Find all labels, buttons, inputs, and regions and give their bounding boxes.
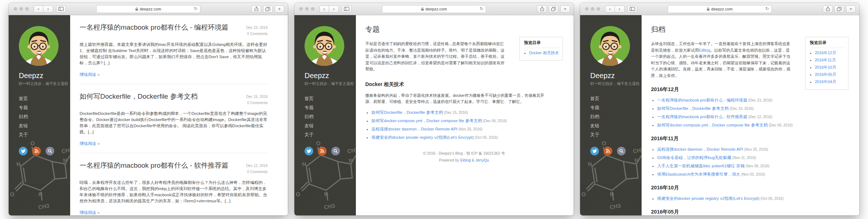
sidebar-item-links[interactable]: 友链	[590, 123, 642, 129]
rss-glyph	[34, 149, 39, 153]
topic-post-date: (Dec 06, 2016)	[483, 119, 507, 123]
post-comments[interactable]: 0 Comments	[246, 169, 268, 175]
read-more-link[interactable]: 继续阅读 »	[80, 72, 100, 77]
tab-overview-button[interactable]	[263, 5, 273, 13]
sidebar-toggle-button[interactable]	[56, 5, 66, 13]
sidebar-item-about[interactable]: 关于	[19, 132, 70, 138]
close-window-button[interactable]	[299, 7, 303, 10]
twitter-icon[interactable]	[305, 147, 313, 155]
toc-link-docker[interactable]: Docker 相关技术	[529, 51, 559, 55]
topic-post-link[interactable]: 远程连接docker daemon，Docker Remote API	[371, 127, 458, 131]
refresh-icon[interactable]: ↻	[194, 6, 197, 11]
toc-link-month[interactable]: 2016年10月	[815, 65, 836, 69]
sidebar-item-topics[interactable]: 专题	[19, 105, 70, 111]
window-controls	[14, 7, 29, 10]
rss-icon[interactable]	[32, 147, 41, 155]
post-title[interactable]: 一名程序猿的macbook pro都有什么 - 软件推荐篇	[80, 161, 229, 170]
search-icon[interactable]	[46, 147, 54, 155]
sidebar-item-home[interactable]: 首页	[305, 96, 356, 102]
read-more-link[interactable]: 继续阅读 »	[80, 210, 100, 215]
close-window-button[interactable]	[14, 7, 17, 10]
toc-link-month[interactable]: 2016年05月	[815, 72, 836, 77]
twitter-icon[interactable]	[590, 147, 599, 155]
sidebar-toggle-button[interactable]	[627, 5, 637, 13]
archive-post-date: (Nov 03, 2016)	[741, 172, 765, 176]
tab-overview-button[interactable]	[549, 5, 558, 13]
sidebar-item-home[interactable]: 首页	[590, 96, 642, 102]
svg-text:O: O	[601, 140, 607, 147]
archive-post-link[interactable]: 入手人生第一款机械键盘Ikbc poker61键位 茶轴	[657, 164, 745, 168]
archive-post-link[interactable]: 搭建安全的docker private registry v2指南(Let's …	[657, 196, 760, 201]
sidebar-item-archive[interactable]: 归档	[590, 114, 642, 120]
zoom-window-button[interactable]	[25, 7, 29, 10]
jerryqu-link[interactable]: JerryQu	[476, 158, 489, 162]
browser-window-home: ‹ › deepzz.com ↻ +	[9, 3, 288, 215]
zoom-window-button[interactable]	[597, 7, 600, 10]
back-button[interactable]: ‹	[605, 5, 615, 13]
share-button[interactable]	[537, 5, 547, 13]
archive-post-link[interactable]: 远程连接docker daemon，Docker Remote API	[657, 147, 743, 151]
rss-icon[interactable]	[318, 147, 327, 155]
back-button[interactable]: ‹	[319, 5, 329, 13]
sidebar-toggle-button[interactable]	[342, 5, 352, 13]
new-tab-button[interactable]: +	[275, 5, 284, 13]
share-button[interactable]	[251, 5, 261, 13]
avatar[interactable]	[590, 26, 630, 66]
sidebar-item-archive[interactable]: 归档	[19, 114, 70, 120]
sidebar-item-about[interactable]: 关于	[590, 132, 642, 138]
topics-page: 专题 预览目录 Docker 相关技术 不知是否遗传了妈妈的爱收拾的习惯，还是性…	[356, 15, 574, 215]
zoom-window-button[interactable]	[311, 7, 314, 10]
forward-button[interactable]: ›	[615, 5, 625, 13]
eiblog-link[interactable]: EiBlog	[699, 48, 710, 52]
sidebar-item-links[interactable]: 友链	[305, 123, 356, 129]
tab-overview-button[interactable]	[834, 5, 844, 13]
refresh-icon[interactable]: ↻	[480, 6, 483, 11]
post-comments[interactable]: 0 Comments	[246, 31, 268, 37]
eiblog-link[interactable]: Eiblog	[460, 158, 471, 162]
archive-post-link[interactable]: 使用Elasticsearch作为本博客搜索引擎，强大	[657, 172, 740, 176]
new-tab-button[interactable]: +	[560, 5, 570, 13]
toc-link-month[interactable]: 2016年11月	[815, 58, 836, 62]
search-icon[interactable]	[617, 147, 626, 155]
archive-post-link[interactable]: 一名程序猿的macbook pro都有什么 - 软件推荐篇	[657, 115, 747, 119]
archive-post-link[interactable]: GDB命令基础，让你的程序bug无处躲藏	[657, 155, 731, 160]
search-icon[interactable]	[331, 147, 340, 155]
new-tab-button[interactable]: +	[846, 5, 856, 13]
toc-link-month[interactable]: 2016年04月	[815, 80, 836, 84]
post-title[interactable]: 如何写Dockerfile，Dockerfile 参考文档	[80, 92, 197, 101]
address-bar[interactable]: deepzz.com ↻	[668, 5, 772, 13]
close-window-button[interactable]	[585, 7, 588, 10]
read-more-link[interactable]: 继续阅读 »	[80, 141, 100, 146]
forward-button[interactable]: ›	[329, 5, 339, 13]
minimize-window-button[interactable]	[20, 7, 23, 10]
twitter-icon[interactable]	[19, 147, 27, 155]
toc-link-month[interactable]: 2016年12月	[815, 51, 836, 55]
post-title[interactable]: 一名程序猿的macbook pro都有什么 - 编程环境篇	[80, 23, 229, 32]
share-button[interactable]	[823, 5, 833, 13]
post-comments[interactable]: 0 Comments	[246, 100, 268, 106]
nav-buttons: ‹ ›	[605, 5, 625, 13]
avatar[interactable]	[305, 26, 344, 66]
sidebar-item-topics[interactable]: 专题	[590, 105, 642, 111]
sidebar-item-about[interactable]: 关于	[305, 132, 356, 138]
archive-post-link[interactable]: 如何写Dockerfile，Dockerfile 参考文档	[657, 106, 728, 111]
archive-post-link[interactable]: 一名程序猿的macbook pro都有什么 - 编程环境篇	[657, 98, 747, 102]
address-bar[interactable]: deepzz.com ↻	[382, 5, 486, 13]
back-button[interactable]: ‹	[34, 5, 43, 13]
topic-post-link[interactable]: 如何写Dockerfile，Dockerfile 参考文档	[371, 110, 443, 115]
minimize-window-button[interactable]	[305, 7, 309, 10]
address-bar[interactable]: deepzz.com ↻	[96, 5, 200, 13]
sidebar-item-links[interactable]: 友链	[19, 123, 70, 129]
minimize-window-button[interactable]	[591, 7, 594, 10]
refresh-icon[interactable]: ↻	[765, 6, 769, 11]
avatar[interactable]	[19, 26, 59, 66]
topic-post-link[interactable]: 如何写docker-compose.yml，Docker compose fil…	[371, 119, 482, 123]
sidebar-item-home[interactable]: 首页	[19, 96, 70, 102]
topic-post-link[interactable]: 搭建安全的docker private registry v2指南(Let's …	[371, 135, 474, 139]
rss-icon[interactable]	[604, 147, 612, 155]
sidebar-item-topics[interactable]: 专题	[305, 105, 356, 111]
forward-button[interactable]: ›	[43, 5, 53, 13]
archive-post-link[interactable]: 如何写docker-compose.yml，Docker compose fil…	[657, 123, 767, 127]
sidebar-item-archive[interactable]: 归档	[305, 114, 356, 120]
archive-post-item: 一名程序猿的macbook pro都有什么 - 编程环境篇(Dec 23, 20…	[657, 98, 848, 103]
